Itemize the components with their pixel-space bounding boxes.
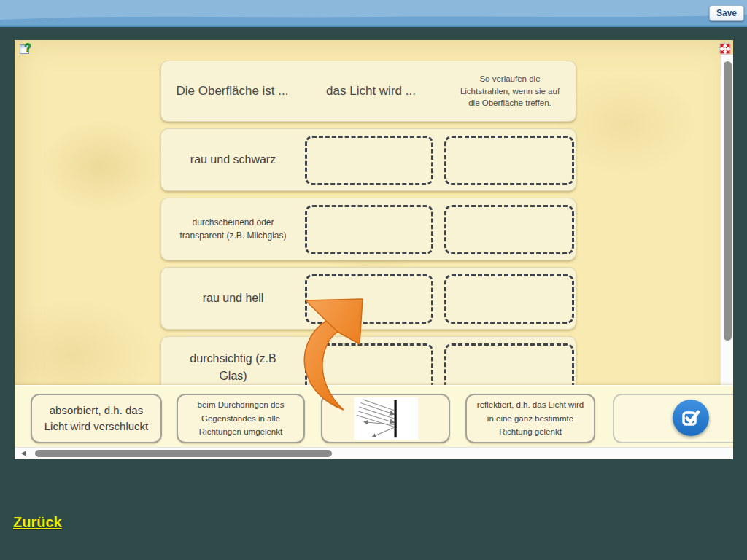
answer-card-reflektiert[interactable]: reflektiert, d.h. das Licht wird in eine…: [465, 394, 595, 443]
fullscreen-icon[interactable]: [719, 43, 731, 55]
answer-card-durchdringen[interactable]: beim Durchdringen des Gegenstandes in al…: [177, 394, 305, 443]
match-row-rau-und-schwarz: rau und schwarz: [160, 128, 576, 191]
match-row-durchscheinend: durchscheinend oder transparent (z.B. Mi…: [160, 198, 576, 260]
row-label: durchscheinend oder transparent (z.B. Mi…: [161, 198, 305, 260]
drop-zone[interactable]: [444, 205, 574, 254]
match-row-rau-und-hell: rau und hell: [160, 267, 576, 330]
header-light-label: das Licht wird ...: [303, 84, 438, 98]
header-surface-label: Die Oberfläche ist ...: [161, 84, 303, 98]
back-link[interactable]: Zurück: [13, 514, 62, 531]
fullscreen-arrows-glyph: [720, 44, 730, 54]
horizontal-scrollbar-thumb[interactable]: [35, 450, 332, 457]
light-rays-graphic: [354, 397, 418, 440]
top-header-band: Save: [0, 0, 747, 27]
table-header-row: Die Oberfläche ist ... das Licht wird ..…: [160, 61, 576, 122]
help-icon[interactable]: ?: [20, 44, 36, 60]
help-icon-question-mark: ?: [24, 42, 31, 55]
drop-zone[interactable]: [444, 274, 574, 324]
save-button[interactable]: Save: [709, 5, 744, 21]
answer-card-tray: absorbiert, d.h. das Licht wird verschlu…: [15, 385, 733, 447]
vertical-scrollbar-thumb[interactable]: [724, 61, 732, 341]
wave-graphic: [0, 0, 747, 27]
drop-zone[interactable]: [305, 136, 433, 185]
vertical-scrollbar[interactable]: [721, 55, 733, 385]
answer-card-absorbiert[interactable]: absorbiert, d.h. das Licht wird verschlu…: [31, 394, 162, 443]
row-label: rau und schwarz: [161, 129, 305, 190]
check-icon: [680, 407, 702, 429]
drop-zone[interactable]: [305, 205, 433, 254]
check-solution-button[interactable]: [673, 400, 709, 436]
header-rays-label: So verlaufen die Lichtstrahlen, wenn sie…: [444, 73, 576, 109]
row-label: rau und hell: [161, 268, 305, 329]
horizontal-scrollbar[interactable]: [15, 447, 733, 459]
light-rays-diagram: [354, 397, 418, 440]
exercise-board: ? Die Oberfläche ist ... das Licht wird …: [15, 40, 733, 459]
drop-zone[interactable]: [444, 136, 574, 185]
scroll-left-arrow-icon[interactable]: [21, 451, 26, 456]
answer-card-light-rays-image[interactable]: [321, 394, 450, 443]
drop-zone[interactable]: [305, 274, 433, 324]
